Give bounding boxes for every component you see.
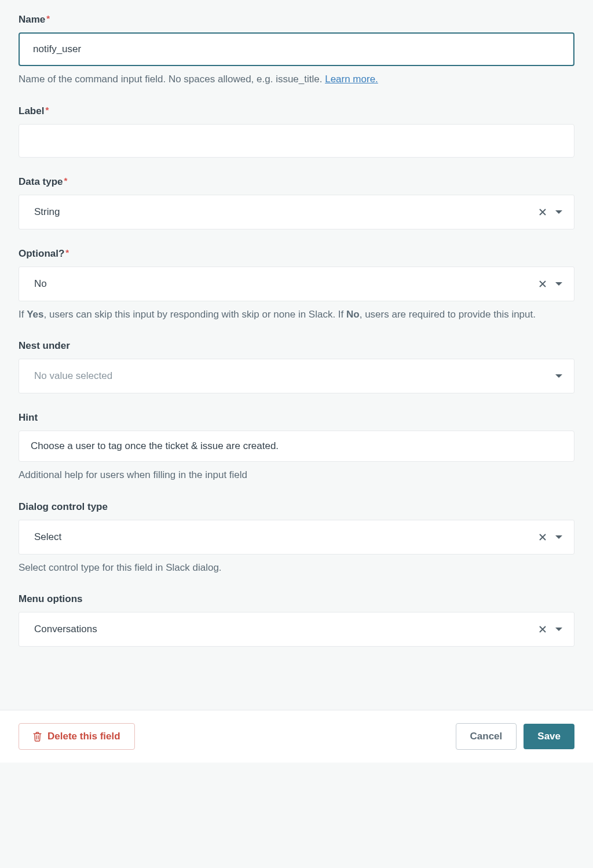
- name-label: Name*: [19, 14, 574, 25]
- required-asterisk: *: [65, 247, 69, 257]
- menu-options-select[interactable]: Conversations: [19, 612, 574, 647]
- nest-under-placeholder: No value selected: [19, 370, 553, 382]
- required-asterisk: *: [46, 13, 50, 23]
- label-input[interactable]: [19, 124, 574, 158]
- trash-icon: [33, 732, 42, 742]
- label-label: Label*: [19, 105, 574, 117]
- dialog-control-type-value: Select: [19, 531, 538, 543]
- chevron-down-icon[interactable]: [555, 282, 562, 286]
- chevron-down-icon[interactable]: [555, 628, 562, 631]
- optional-value: No: [19, 278, 538, 290]
- data-type-label: Data type*: [19, 176, 574, 188]
- data-type-value: String: [19, 206, 538, 218]
- dialog-control-type-help: Select control type for this field in Sl…: [19, 560, 574, 575]
- clear-icon[interactable]: [538, 533, 547, 542]
- optional-select[interactable]: No: [19, 267, 574, 301]
- name-help: Name of the command input field. No spac…: [19, 72, 574, 87]
- delete-field-label: Delete this field: [47, 731, 120, 742]
- nest-under-label: Nest under: [19, 340, 574, 352]
- nest-under-select[interactable]: No value selected: [19, 359, 574, 393]
- menu-options-value: Conversations: [19, 623, 538, 635]
- chevron-down-icon[interactable]: [555, 374, 562, 378]
- delete-field-button[interactable]: Delete this field: [19, 723, 135, 750]
- required-asterisk: *: [64, 176, 68, 185]
- optional-label: Optional?*: [19, 248, 574, 260]
- save-button[interactable]: Save: [524, 724, 574, 749]
- learn-more-link[interactable]: Learn more.: [325, 74, 378, 85]
- chevron-down-icon[interactable]: [555, 210, 562, 214]
- clear-icon[interactable]: [538, 279, 547, 289]
- required-asterisk: *: [45, 105, 49, 115]
- clear-icon[interactable]: [538, 625, 547, 634]
- name-input[interactable]: [19, 32, 574, 66]
- optional-help: If Yes, users can skip this input by res…: [19, 307, 574, 322]
- chevron-down-icon[interactable]: [555, 535, 562, 539]
- clear-icon[interactable]: [538, 207, 547, 217]
- dialog-control-type-label: Dialog control type: [19, 501, 574, 513]
- dialog-control-type-select[interactable]: Select: [19, 520, 574, 555]
- hint-input[interactable]: [19, 431, 574, 462]
- hint-help: Additional help for users when filling i…: [19, 468, 574, 483]
- data-type-select[interactable]: String: [19, 195, 574, 229]
- hint-label: Hint: [19, 412, 574, 424]
- cancel-button[interactable]: Cancel: [456, 723, 517, 750]
- footer-bar: Delete this field Cancel Save: [0, 710, 593, 763]
- menu-options-label: Menu options: [19, 593, 574, 605]
